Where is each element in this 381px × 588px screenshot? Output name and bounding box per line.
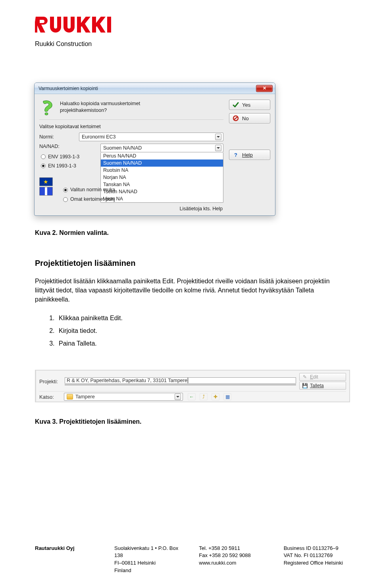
no-button[interactable]: No xyxy=(229,113,270,123)
edit-button[interactable]: ✎ Edit xyxy=(299,373,346,381)
katso-label: Katso: xyxy=(39,394,62,400)
footer-addr2: FI–00811 Helsinki xyxy=(114,559,183,567)
nanad-value: Suomen NA/NAD xyxy=(103,145,142,151)
check-icon xyxy=(233,102,239,108)
svg-point-0 xyxy=(45,113,48,115)
projekti-input-2[interactable] xyxy=(65,384,296,385)
radio-icon xyxy=(41,154,46,159)
footer-addr3: Finland xyxy=(114,567,183,575)
close-icon: ✕ xyxy=(263,86,266,91)
footer-company: Rautaruukki Oyj xyxy=(35,545,75,551)
list-item[interactable]: Tsekin NA/NAD xyxy=(101,188,223,195)
radio-env-1993[interactable]: ENV 1993-1-3 xyxy=(41,152,97,161)
list-item: Paina Talleta. xyxy=(56,337,346,350)
radio-en-1993[interactable]: EN 1993-1-3 xyxy=(41,161,97,171)
subbrand: Ruukki Construction xyxy=(35,40,346,48)
yes-button[interactable]: Yes xyxy=(229,100,270,110)
footer-addr1: Suolakivenkatu 1 • P.O. Box 138 xyxy=(114,545,183,560)
normi-value: Euronormi EC3 xyxy=(82,134,115,140)
help-label: Help xyxy=(242,152,253,158)
talleta-button[interactable]: 💾 Talleta xyxy=(299,382,346,390)
nanad-label: NA/NAD: xyxy=(39,144,97,149)
normi-combobox[interactable]: Euronormi EC3 xyxy=(79,133,223,141)
folder-value: Tampere xyxy=(75,394,95,400)
footer-office: Registered Office Helsinki xyxy=(284,559,352,567)
up-icon[interactable]: ⤴ xyxy=(200,393,208,400)
footer-web: www.ruukki.com xyxy=(199,559,267,567)
divider xyxy=(39,119,223,120)
chevron-down-icon xyxy=(175,394,181,400)
dialog-title: Varmuuskertoimien kopiointi xyxy=(38,86,98,91)
footer-fax: Fax +358 20 592 9088 xyxy=(199,552,267,559)
folder-icon xyxy=(67,394,73,400)
paragraph: Projektitiedot lisätään klikkaamalla pai… xyxy=(35,277,346,304)
logo xyxy=(35,16,346,33)
group-label: Valitse kopioitavat kertoimet xyxy=(39,124,223,129)
list-item: Klikkaa painiketta Edit. xyxy=(56,312,346,325)
dialog-titlebar: Varmuuskertoimien kopiointi ✕ xyxy=(35,83,275,94)
no-label: No xyxy=(242,115,249,121)
help-button[interactable]: ? Help xyxy=(229,150,270,160)
figure-caption-2: Kuva 3. Projektitietojen lisääminen. xyxy=(35,418,346,425)
list-item: Kirjoita tiedot. xyxy=(56,325,346,337)
footer-tel: Tel. +358 20 5911 xyxy=(199,545,267,552)
normi-label: Normi: xyxy=(39,134,76,140)
edit-icon: ✎ xyxy=(302,374,308,380)
list-item[interactable]: Norjan NA xyxy=(101,174,223,181)
toolbar-mini-icons: ← ⤴ ✚ ▦ xyxy=(188,393,231,400)
radio-icon xyxy=(63,197,68,202)
env-radio-group: ENV 1993-1-3 EN 1993-1-3 xyxy=(39,151,97,170)
list-item[interactable]: Suomen NA/NAD xyxy=(101,159,223,167)
svg-line-2 xyxy=(234,117,238,120)
list-item[interactable]: Perus NA/NAD xyxy=(101,152,223,159)
no-icon xyxy=(233,115,239,121)
list-item[interactable]: Tanskan NA xyxy=(101,181,223,188)
figure-caption-1: Kuva 2. Normien valinta. xyxy=(35,229,346,236)
list-item[interactable]: Viron NA xyxy=(101,195,223,202)
footer-biz: Business ID 0113276–9 xyxy=(284,545,352,552)
help-icon: ? xyxy=(233,152,239,158)
chevron-down-icon xyxy=(215,134,221,140)
yes-label: Yes xyxy=(242,102,250,108)
eu-flag-icon[interactable] xyxy=(39,177,53,186)
custom-flag-icon[interactable] xyxy=(39,187,53,196)
figure-dialog-wrap: Varmuuskertoimien kopiointi ✕ xyxy=(34,83,346,216)
section-heading: Projektitietojen lisääminen xyxy=(35,259,346,268)
chevron-down-icon xyxy=(215,145,221,151)
new-folder-icon[interactable]: ✚ xyxy=(212,393,219,400)
dialog-prompt: Haluatko kopioida varmuuskertoimet proje… xyxy=(60,100,140,114)
footer-vat: VAT No. FI 01132769 xyxy=(284,552,352,559)
save-icon: 💾 xyxy=(302,383,308,388)
folder-combobox[interactable]: Tampere xyxy=(64,393,183,401)
ordered-steps: Klikkaa painiketta Edit. Kirjoita tiedot… xyxy=(56,312,346,350)
projekti-input-1[interactable]: R & K OY, Paperitehdas, Paperikatu 7, 33… xyxy=(65,377,296,384)
radio-icon xyxy=(63,188,68,192)
projekti-label: Projekti: xyxy=(39,379,62,384)
page-footer: Rautaruukki Oyj Suolakivenkatu 1 • P.O. … xyxy=(35,545,352,575)
back-icon[interactable]: ← xyxy=(188,393,196,400)
dialog-varmuuskertoimet: Varmuuskertoimien kopiointi ✕ xyxy=(34,83,275,216)
nanad-combobox[interactable]: Suomen NA/NAD xyxy=(100,144,223,152)
view-icon[interactable]: ▦ xyxy=(223,393,231,400)
close-button[interactable]: ✕ xyxy=(256,85,273,92)
nanad-listbox[interactable]: Perus NA/NAD Suomen NA/NAD Ruotsin NA No… xyxy=(100,152,223,203)
dialog-footer-help: Lisätietoja kts. Help xyxy=(39,204,223,211)
list-item[interactable]: Ruotsin NA xyxy=(101,167,223,174)
radio-icon xyxy=(41,163,46,168)
project-toolbar: Projekti: R & K OY, Paperitehdas, Paperi… xyxy=(35,370,350,402)
question-icon xyxy=(39,100,55,115)
